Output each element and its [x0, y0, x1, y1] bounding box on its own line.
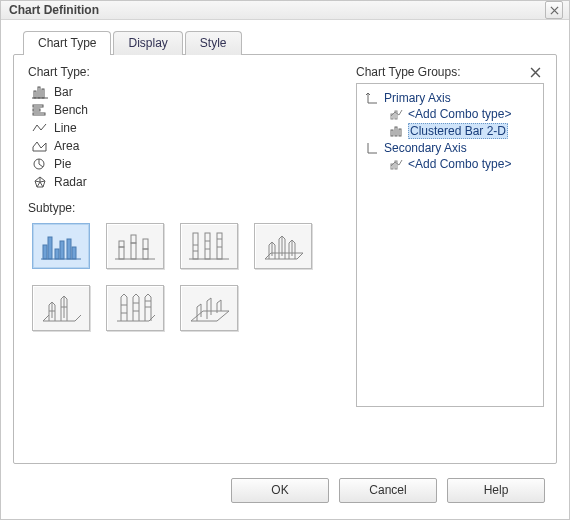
dialog-button-bar: OK Cancel Help: [13, 468, 557, 512]
tree-node-add-combo-primary[interactable]: <Add Combo type>: [361, 106, 539, 122]
group-remove-button[interactable]: [528, 65, 542, 79]
svg-rect-10: [60, 241, 64, 259]
chart-type-item-label: Radar: [54, 175, 87, 189]
svg-rect-25: [395, 127, 397, 136]
tree-node-label: <Add Combo type>: [408, 107, 511, 121]
ok-button-label: OK: [271, 483, 288, 497]
tree-node-label: Primary Axis: [384, 91, 451, 105]
cancel-button-label: Cancel: [369, 483, 406, 497]
tab-chart-type[interactable]: Chart Type: [23, 31, 111, 55]
tab-bar: Chart Type Display Style: [13, 30, 557, 54]
x-icon: [530, 67, 541, 78]
chart-type-item-label: Bench: [54, 103, 88, 117]
svg-rect-7: [43, 245, 47, 259]
pie-icon: [32, 157, 48, 171]
chart-type-item-label: Pie: [54, 157, 71, 171]
svg-rect-5: [33, 113, 45, 115]
svg-rect-2: [42, 89, 44, 98]
bar-icon: [32, 85, 48, 99]
group-header: Chart Type Groups:: [356, 65, 544, 79]
subtype-percent-stacked-3d[interactable]: [106, 285, 164, 331]
svg-rect-9: [55, 249, 59, 259]
svg-rect-20: [205, 233, 210, 259]
svg-rect-26: [399, 129, 401, 136]
tree-node-label: Secondary Axis: [384, 141, 467, 155]
svg-rect-0: [34, 91, 36, 98]
chart-type-groups-section: Chart Type Groups: Primary Axis <Add Com…: [356, 65, 544, 453]
chart-type-item-bench[interactable]: Bench: [32, 101, 338, 119]
chart-type-item-label: Line: [54, 121, 77, 135]
tab-style-label: Style: [200, 36, 227, 50]
close-button[interactable]: [545, 1, 563, 19]
subtype-stacked-2d[interactable]: [106, 223, 164, 269]
svg-rect-16: [131, 235, 136, 243]
group-tree[interactable]: Primary Axis <Add Combo type> Clustered …: [356, 83, 544, 407]
subtype-3d-bar[interactable]: [180, 285, 238, 331]
svg-rect-3: [33, 105, 43, 107]
tree-node-secondary-axis[interactable]: Secondary Axis: [361, 140, 539, 156]
subtype-clustered-3d[interactable]: [254, 223, 312, 269]
tree-node-clustered-bar-2d[interactable]: Clustered Bar 2-D: [361, 122, 539, 140]
chart-type-item-area[interactable]: Area: [32, 137, 338, 155]
chart-type-section: Chart Type: Bar Bench: [26, 65, 338, 453]
tab-display[interactable]: Display: [113, 31, 182, 55]
svg-rect-11: [67, 239, 71, 259]
svg-rect-12: [72, 247, 76, 259]
title-bar: Chart Definition: [1, 1, 569, 20]
radar-icon: [32, 175, 48, 189]
subtype-label: Subtype:: [28, 201, 338, 215]
subtype-percent-stacked-2d[interactable]: [180, 223, 238, 269]
tab-panel-chart-type: Chart Type: Bar Bench: [13, 54, 557, 464]
chart-type-label: Chart Type:: [28, 65, 338, 79]
svg-rect-17: [143, 249, 148, 259]
subtype-grid: [26, 223, 338, 331]
help-button-label: Help: [484, 483, 509, 497]
tree-node-add-combo-secondary[interactable]: <Add Combo type>: [361, 156, 539, 172]
tree-node-label: <Add Combo type>: [408, 157, 511, 171]
svg-rect-14: [119, 241, 124, 247]
tab-display-label: Display: [128, 36, 167, 50]
ok-button[interactable]: OK: [231, 478, 329, 503]
help-button[interactable]: Help: [447, 478, 545, 503]
svg-rect-8: [48, 237, 52, 259]
close-icon: [550, 6, 559, 15]
svg-rect-21: [217, 233, 222, 259]
svg-rect-15: [131, 243, 136, 259]
tree-node-label: Clustered Bar 2-D: [408, 123, 508, 139]
chart-definition-dialog: Chart Definition Chart Type Display Styl…: [0, 0, 570, 520]
svg-rect-13: [119, 247, 124, 259]
axis-icon: [365, 141, 379, 155]
combo-icon: [389, 107, 403, 121]
subtype-stacked-3d[interactable]: [32, 285, 90, 331]
axis-icon: [365, 91, 379, 105]
chart-type-item-line[interactable]: Line: [32, 119, 338, 137]
tab-chart-type-label: Chart Type: [38, 36, 96, 50]
chart-type-item-label: Area: [54, 139, 79, 153]
svg-rect-18: [143, 239, 148, 249]
svg-rect-19: [193, 233, 198, 259]
subtype-clustered-2d[interactable]: [32, 223, 90, 269]
line-icon: [32, 121, 48, 135]
chart-type-item-pie[interactable]: Pie: [32, 155, 338, 173]
svg-rect-24: [391, 130, 393, 136]
combo-icon: [389, 157, 403, 171]
dialog-title: Chart Definition: [9, 3, 545, 17]
dialog-body: Chart Type Display Style Chart Type: Bar: [1, 20, 569, 520]
chart-type-item-radar[interactable]: Radar: [32, 173, 338, 191]
tab-style[interactable]: Style: [185, 31, 242, 55]
svg-rect-4: [33, 109, 40, 111]
tree-node-primary-axis[interactable]: Primary Axis: [361, 90, 539, 106]
svg-rect-1: [38, 87, 40, 98]
bench-icon: [32, 103, 48, 117]
bar-icon: [389, 124, 403, 138]
cancel-button[interactable]: Cancel: [339, 478, 437, 503]
chart-type-item-label: Bar: [54, 85, 73, 99]
chart-type-list: Bar Bench Line: [32, 83, 338, 191]
chart-type-item-bar[interactable]: Bar: [32, 83, 338, 101]
area-icon: [32, 139, 48, 153]
group-label: Chart Type Groups:: [356, 65, 461, 79]
